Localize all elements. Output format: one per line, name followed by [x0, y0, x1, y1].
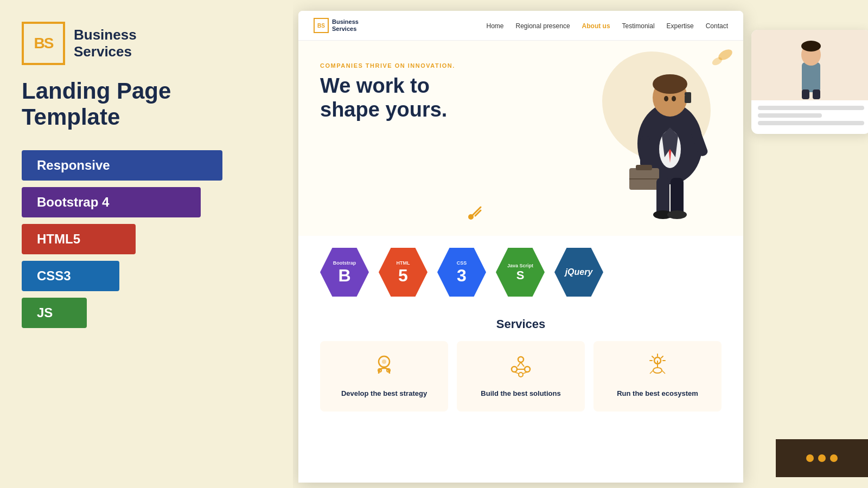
dots-container [806, 454, 838, 462]
service-icon-ecosystem [644, 353, 671, 384]
dot-3 [830, 454, 838, 462]
svg-line-47 [662, 370, 665, 374]
bottom-right-box [776, 439, 868, 477]
svg-line-46 [650, 370, 653, 374]
svg-rect-16 [656, 178, 669, 216]
service-label-solutions: Build the best solutions [481, 389, 560, 397]
site-logo-label: BusinessServices [332, 18, 359, 33]
svg-rect-9 [685, 92, 691, 103]
svg-rect-48 [802, 62, 820, 92]
side-card-line-3 [758, 121, 864, 125]
tech-icon-html5[interactable]: HTML 5 [379, 248, 427, 297]
site-logo-letters: BS [317, 23, 325, 29]
left-panel: BS BusinessServices Landing PageTemplate… [0, 0, 293, 488]
nav-item-expertise[interactable]: Expertise [667, 21, 694, 30]
side-card-person [751, 30, 868, 134]
services-section: Services Develop the best strategy [298, 309, 743, 422]
svg-line-33 [521, 362, 524, 367]
svg-point-30 [512, 367, 517, 372]
svg-line-42 [652, 356, 654, 358]
logo-area: BS BusinessServices [22, 22, 137, 65]
nav-item-testimonial[interactable]: Testimonial [622, 21, 655, 30]
logo-box: BS [22, 22, 65, 65]
side-card-person-area [751, 30, 868, 100]
svg-point-31 [525, 367, 530, 372]
svg-point-6 [653, 74, 687, 94]
svg-point-26 [382, 359, 386, 364]
tech-icon-javascript[interactable]: Java Script S [496, 248, 545, 297]
svg-point-35 [519, 373, 523, 377]
svg-point-45 [653, 368, 662, 373]
service-label-ecosystem: Run the best ecosystem [617, 389, 698, 397]
hero-section: COMPANIES THRIVE ON INNOVATION. We work … [298, 41, 743, 236]
site-logo-box: BS [314, 18, 329, 33]
svg-point-24 [468, 214, 474, 220]
logo-company-name: BusinessServices [74, 27, 137, 60]
svg-line-32 [518, 362, 521, 367]
nav-item-about[interactable]: About us [582, 21, 610, 30]
svg-point-19 [667, 210, 687, 219]
nav-item-home[interactable]: Home [486, 21, 503, 30]
side-card-line-2 [758, 113, 822, 118]
badge-js: JS [22, 298, 87, 328]
tech-icons-section: Bootstrap B HTML 5 CSS 3 Java Script S j… [298, 236, 743, 309]
nav-item-regional[interactable]: Regional presence [516, 21, 570, 30]
services-cards: Develop the best strategy [320, 341, 722, 412]
svg-line-36 [514, 372, 519, 374]
hero-heading: We work toshape yours. [320, 74, 505, 121]
svg-rect-52 [813, 89, 820, 99]
logo-letters: BS [34, 35, 53, 52]
tech-icon-jquery[interactable]: jQuery [554, 248, 603, 297]
side-card-lines [751, 100, 868, 134]
site-nav: BS BusinessServices Home Regional presen… [298, 11, 743, 41]
tech-icon-css3[interactable]: CSS 3 [437, 248, 486, 297]
svg-rect-11 [640, 136, 650, 168]
service-card-strategy: Develop the best strategy [320, 341, 448, 412]
badge-responsive: Responsive [22, 150, 222, 181]
nav-links: Home Regional presence About us Testimon… [486, 21, 728, 30]
svg-line-37 [523, 372, 527, 374]
tools-icon [467, 202, 486, 225]
dot-1 [806, 454, 814, 462]
service-icon-solutions [508, 353, 534, 384]
svg-line-41 [661, 356, 663, 358]
svg-rect-17 [671, 178, 684, 216]
badge-css3: CSS3 [22, 261, 119, 291]
svg-point-7 [664, 96, 668, 101]
site-logo-small: BS BusinessServices [314, 18, 359, 33]
svg-point-29 [518, 357, 524, 362]
right-panel: BS BusinessServices Home Regional presen… [293, 0, 868, 488]
svg-point-8 [672, 96, 676, 101]
tech-icon-bootstrap[interactable]: Bootstrap B [320, 248, 369, 297]
service-card-ecosystem: Run the best ecosystem [593, 341, 722, 412]
side-card-line-1 [758, 106, 864, 110]
svg-rect-51 [802, 89, 809, 99]
service-label-strategy: Develop the best strategy [341, 389, 427, 397]
service-icon-strategy [371, 353, 397, 384]
dot-2 [818, 454, 826, 462]
browser-mockup: BS BusinessServices Home Regional presen… [298, 11, 743, 483]
badge-html5: HTML5 [22, 224, 136, 254]
leaf-decoration [701, 45, 733, 74]
svg-point-50 [801, 41, 821, 52]
services-title: Services [320, 317, 722, 331]
svg-rect-13 [636, 165, 652, 170]
badge-bootstrap4: Bootstrap 4 [22, 187, 201, 217]
nav-item-contact[interactable]: Contact [706, 21, 728, 30]
tagline: Landing PageTemplate [22, 78, 171, 131]
service-card-solutions: Build the best solutions [457, 341, 585, 412]
